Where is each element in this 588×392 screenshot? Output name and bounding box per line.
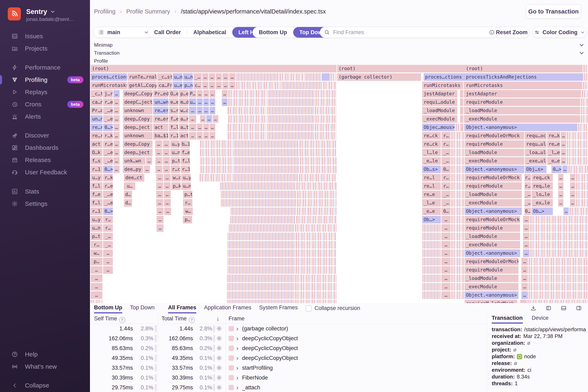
- frame-cell[interactable]: Object.<anonymous>: [465, 166, 524, 173]
- frame-cell[interactable]: re…r: [91, 124, 102, 131]
- frame-cell[interactable]: …: [441, 283, 451, 290]
- frame-cell[interactable]: ca…n: [91, 98, 102, 106]
- frame-cell[interactable]: (root): [465, 65, 583, 72]
- frame-cell[interactable]: requireModule: [465, 182, 522, 190]
- frame-cell[interactable]: r…1: [181, 166, 190, 173]
- expand-chevron-icon[interactable]: ›: [236, 343, 238, 353]
- frame-cell[interactable]: deep…ject: [123, 124, 153, 131]
- sidebar-item-settings[interactable]: Settings: [0, 198, 90, 210]
- frame-cell[interactable]: _ex…le: [532, 199, 553, 207]
- resize-handle[interactable]: [213, 325, 215, 332]
- frame-cell[interactable]: …: [441, 258, 451, 265]
- frame-cell[interactable]: u…y: [181, 174, 191, 182]
- frame-cell[interactable]: …: [164, 174, 171, 182]
- frame-cell[interactable]: _…: [193, 73, 202, 81]
- frame-cell[interactable]: …: [189, 124, 196, 131]
- frame-cell[interactable]: …: [91, 266, 102, 274]
- frame-cell[interactable]: …: [210, 124, 215, 131]
- frame-cell[interactable]: deep…ject: [123, 149, 153, 156]
- frame-cell[interactable]: r…: [441, 132, 451, 140]
- frame-cell[interactable]: r…k: [103, 174, 113, 182]
- frame-cell[interactable]: …: [562, 166, 568, 173]
- frame-cell[interactable]: _loadModule: [422, 107, 457, 114]
- frame-cell[interactable]: runMicrotasks: [465, 82, 582, 89]
- table-row[interactable]: 33.57ms0.1%33.57ms0.1%›startProfiling: [90, 363, 487, 373]
- sort-call-order[interactable]: Call Order: [148, 27, 187, 38]
- frame-cell[interactable]: …: [113, 107, 120, 114]
- frame-cell[interactable]: _loadModule: [465, 191, 522, 198]
- resize-handle[interactable]: [155, 364, 157, 371]
- frame-cell[interactable]: …: [229, 82, 235, 89]
- frame-cell[interactable]: proces…ctions: [91, 73, 127, 81]
- frame-cell[interactable]: requi…odule: [422, 98, 457, 106]
- frame-cell[interactable]: r…k: [103, 132, 113, 140]
- frame-cell[interactable]: …: [164, 208, 171, 215]
- frame-cell[interactable]: p…t: [171, 157, 180, 165]
- expand-chevron-icon[interactable]: ›: [236, 324, 238, 334]
- frame-cell[interactable]: …: [197, 107, 203, 114]
- frame-cell[interactable]: …: [113, 149, 120, 156]
- frame-cell[interactable]: _…: [441, 157, 451, 165]
- frame-cell[interactable]: …: [156, 199, 163, 207]
- frame-cell[interactable]: …: [441, 224, 451, 232]
- frame-cell[interactable]: 0…>: [551, 166, 562, 173]
- frame-cell[interactable]: u…n: [91, 224, 102, 232]
- frame-cell[interactable]: requ…ule: [525, 140, 547, 148]
- frame-cell[interactable]: _e…le: [422, 157, 441, 165]
- resize-handle[interactable]: [155, 345, 157, 352]
- frame-cell[interactable]: u…y: [170, 140, 180, 148]
- gear-icon[interactable]: [216, 345, 222, 351]
- breadcrumb-profile-summary[interactable]: Profile Summary: [126, 8, 170, 15]
- frame-name[interactable]: deepCyclicCopyObject: [242, 353, 298, 363]
- frame-cell[interactable]: _…e: [103, 107, 113, 114]
- resize-handle[interactable]: [213, 384, 215, 391]
- frame-cell[interactable]: …: [203, 90, 209, 98]
- sidebar-item-discover[interactable]: Discover: [0, 129, 90, 142]
- frame-cell[interactable]: …: [113, 115, 120, 123]
- frame-cell[interactable]: …: [164, 199, 171, 207]
- frame-cell[interactable]: Obj…s>: [525, 166, 547, 173]
- frame-name[interactable]: FiberNode: [242, 373, 268, 382]
- frame-cell[interactable]: _lo…le: [532, 191, 553, 198]
- frame-cell[interactable]: …: [157, 224, 164, 232]
- frame-cell[interactable]: _…: [441, 191, 451, 198]
- frame-cell[interactable]: r…: [183, 199, 192, 207]
- frame-cell[interactable]: _loa…ule: [525, 149, 547, 156]
- frame-cell[interactable]: unk…wn: [123, 157, 145, 165]
- frame-cell[interactable]: _loadModule: [465, 232, 520, 240]
- frame-cell[interactable]: …: [441, 291, 451, 299]
- frame-cell[interactable]: …: [113, 98, 120, 106]
- frame-cell[interactable]: …: [210, 107, 215, 114]
- frame-cell[interactable]: _…e: [103, 115, 113, 123]
- frame-cell[interactable]: …: [441, 250, 451, 257]
- frame-cell[interactable]: …: [523, 232, 530, 240]
- sidebar-item-replays[interactable]: Replays: [0, 86, 90, 98]
- gear-icon[interactable]: [216, 336, 222, 341]
- frame-cell[interactable]: re…e: [422, 191, 441, 198]
- frame-cell[interactable]: f…e: [91, 191, 102, 198]
- frame-cell[interactable]: r…1: [169, 132, 178, 140]
- sidebar-item-help[interactable]: Help: [0, 348, 90, 360]
- tab-application-frames[interactable]: Application Frames: [204, 303, 251, 314]
- frame-cell[interactable]: …: [521, 266, 528, 274]
- frame-cell[interactable]: m…d: [179, 98, 188, 106]
- frame-cell[interactable]: …: [558, 199, 564, 207]
- frame-cell[interactable]: c…: [193, 82, 202, 89]
- frame-cell[interactable]: _l…e: [547, 149, 560, 156]
- frame-cell[interactable]: …: [91, 283, 102, 290]
- layout-dock-right-icon[interactable]: [576, 305, 582, 311]
- frame-cell[interactable]: O…e: [169, 90, 178, 98]
- frame-cell[interactable]: act: [91, 140, 102, 148]
- frame-cell[interactable]: _…: [441, 199, 451, 207]
- frame-cell[interactable]: re…e: [547, 140, 560, 148]
- frame-cell[interactable]: re…ck: [422, 140, 441, 148]
- frame-cell[interactable]: …: [113, 132, 120, 140]
- frame-cell[interactable]: …: [156, 174, 163, 182]
- frame-cell[interactable]: e…e: [169, 98, 178, 106]
- gear-icon[interactable]: [216, 355, 222, 361]
- frame-cell[interactable]: unknown: [123, 132, 153, 140]
- frame-cell[interactable]: requireModuleOrMock: [465, 258, 519, 265]
- frame-cell[interactable]: Object.<anonymous>: [465, 124, 577, 131]
- resize-handle[interactable]: [155, 325, 157, 332]
- frame-cell[interactable]: un…wn: [153, 98, 168, 106]
